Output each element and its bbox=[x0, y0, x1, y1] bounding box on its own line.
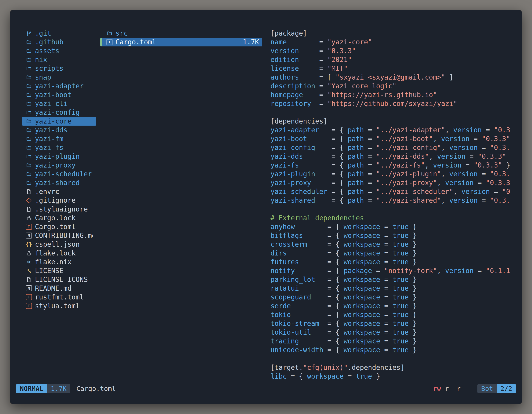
toml-icon: T bbox=[25, 303, 32, 309]
dir-row[interactable]: nix bbox=[22, 55, 96, 64]
file-row[interactable]: .gitignore bbox=[22, 196, 96, 205]
dir-row[interactable]: snap bbox=[22, 73, 96, 82]
preview-line: yazi-adapter = { path = "../yazi-adapter… bbox=[270, 125, 516, 135]
preview-line: futures = { workspace = true } bbox=[270, 258, 516, 266]
file-row[interactable]: MREADME.md bbox=[22, 284, 96, 293]
entry-label: CONTRIBUTING.md bbox=[35, 231, 93, 240]
markdown-icon: M bbox=[25, 232, 32, 239]
status-filename: Cargo.toml bbox=[76, 384, 116, 393]
preview-line: yazi-scheduler = { path = "../yazi-sched… bbox=[270, 187, 516, 196]
entry-label: cspell.json bbox=[35, 240, 80, 249]
preview-line: yazi-fs = { path = "../yazi-fs", version… bbox=[270, 161, 516, 170]
nix-icon bbox=[25, 259, 32, 265]
folder-icon bbox=[25, 171, 32, 177]
file-row[interactable]: LICENSE bbox=[22, 266, 96, 275]
dir-row[interactable]: yazi-boot bbox=[22, 90, 96, 99]
preview-line: [package] bbox=[270, 29, 516, 38]
folder-icon bbox=[25, 145, 32, 151]
dir-row[interactable]: scripts bbox=[22, 64, 96, 73]
preview-line: parking_lot = { workspace = true } bbox=[270, 275, 516, 284]
folder-icon bbox=[25, 110, 32, 115]
entry-label: yazi-cli bbox=[35, 99, 67, 108]
dir-row[interactable]: .github bbox=[22, 38, 96, 47]
file-row[interactable]: .styluaignore bbox=[22, 205, 96, 213]
panes-container: .git.githubassetsnixscriptssnapyazi-adap… bbox=[10, 10, 522, 384]
file-row[interactable]: flake.lock bbox=[22, 249, 96, 258]
preview-line: yazi-config = { path = "../yazi-config",… bbox=[270, 143, 516, 152]
folder-icon bbox=[25, 66, 32, 71]
folder-icon bbox=[106, 30, 113, 36]
file-row[interactable]: TCargo.toml bbox=[22, 222, 96, 231]
dir-row[interactable]: .git bbox=[22, 29, 96, 38]
file-row[interactable]: .envrc bbox=[22, 187, 96, 196]
entry-label: flake.lock bbox=[35, 249, 76, 258]
entry-label: .git bbox=[35, 29, 51, 38]
preview-line: yazi-boot = { path = "../yazi-boot", ver… bbox=[270, 135, 516, 143]
entry-label: yazi-boot bbox=[35, 90, 72, 99]
entry-label: scripts bbox=[35, 64, 63, 73]
dir-row[interactable]: yazi-cli bbox=[22, 99, 96, 108]
file-row[interactable]: Trustfmt.toml bbox=[22, 293, 96, 301]
entry-label: yazi-dds bbox=[35, 125, 67, 135]
folder-icon bbox=[25, 180, 32, 186]
entry-label: stylua.toml bbox=[35, 301, 80, 310]
toml-icon: T bbox=[25, 294, 32, 300]
preview-line: repository = "https://github.com/sxyazi/… bbox=[270, 99, 516, 108]
file-row[interactable]: Tstylua.toml bbox=[22, 301, 96, 310]
lock-icon bbox=[25, 250, 32, 256]
preview-line: authors = [ "sxyazi <sxyazi@gmail.com>" … bbox=[270, 73, 516, 82]
file-counter-badge: 2/2 bbox=[497, 384, 516, 393]
dir-row[interactable]: yazi-adapter bbox=[22, 82, 96, 90]
preview-line: [dependencies] bbox=[270, 117, 516, 125]
dir-row[interactable]: yazi-proxy bbox=[22, 161, 96, 170]
entry-label: yazi-proxy bbox=[35, 161, 76, 170]
preview-line: serde = { workspace = true } bbox=[270, 301, 516, 310]
dir-row[interactable]: yazi-shared bbox=[22, 178, 96, 187]
entry-label: yazi-adapter bbox=[35, 82, 84, 90]
dir-row[interactable]: yazi-core bbox=[22, 117, 96, 125]
dir-row[interactable]: yazi-dds bbox=[22, 125, 96, 135]
dir-row[interactable]: yazi-fm bbox=[22, 135, 96, 143]
file-preview-pane: [package]name = "yazi-core"version = "0.… bbox=[270, 29, 516, 381]
dir-row[interactable]: yazi-config bbox=[22, 108, 96, 117]
preview-line: name = "yazi-core" bbox=[270, 38, 516, 47]
preview-line: crossterm = { workspace = true } bbox=[270, 240, 516, 249]
entry-label: LICENSE-ICONS bbox=[35, 275, 88, 284]
mode-indicator: NORMAL bbox=[16, 384, 47, 393]
preview-line bbox=[270, 205, 516, 213]
entry-label: yazi-fm bbox=[35, 135, 63, 143]
lock-icon bbox=[25, 215, 32, 221]
dir-row[interactable]: yazi-fs bbox=[22, 143, 96, 152]
file-row[interactable]: Cargo.lock bbox=[22, 213, 96, 222]
file-row[interactable]: flake.nix bbox=[22, 258, 96, 266]
folder-icon bbox=[25, 83, 32, 89]
entry-label: yazi-fs bbox=[35, 143, 63, 152]
file-row[interactable]: MCONTRIBUTING.md bbox=[22, 231, 96, 240]
file-icon bbox=[25, 277, 32, 282]
preview-line: # External dependencies bbox=[270, 213, 516, 222]
current-directory-pane: srcTCargo.toml1.7K bbox=[100, 29, 262, 47]
preview-line: bitflags = { workspace = true } bbox=[270, 231, 516, 240]
file-row[interactable]: LICENSE-ICONS bbox=[22, 275, 96, 284]
dir-row[interactable]: yazi-plugin bbox=[22, 152, 96, 161]
status-bar-right: -rw-r--r-- Bot 2/2 bbox=[429, 384, 516, 393]
file-row[interactable]: {}cspell.json bbox=[22, 240, 96, 249]
license-icon bbox=[25, 268, 32, 274]
folder-icon bbox=[25, 39, 32, 45]
folder-icon bbox=[25, 48, 32, 54]
entry-label: Cargo.toml bbox=[35, 222, 76, 231]
dir-row[interactable]: yazi-scheduler bbox=[22, 170, 96, 178]
parent-directory-pane: .git.githubassetsnixscriptssnapyazi-adap… bbox=[22, 29, 96, 310]
entry-label: yazi-core bbox=[35, 117, 72, 125]
yazi-file-manager-window: .git.githubassetsnixscriptssnapyazi-adap… bbox=[10, 10, 522, 404]
preview-line: yazi-proxy = { path = "../yazi-proxy", v… bbox=[270, 178, 516, 187]
file-size: 1.7K bbox=[243, 38, 259, 47]
dir-row[interactable]: src bbox=[100, 29, 262, 38]
preview-line: tokio-stream = { workspace = true } bbox=[270, 319, 516, 328]
file-row[interactable]: TCargo.toml1.7K bbox=[100, 38, 262, 47]
entry-label: flake.nix bbox=[35, 258, 72, 266]
gitignore-icon bbox=[25, 198, 32, 203]
dir-row[interactable]: assets bbox=[22, 47, 96, 55]
folder-icon bbox=[25, 57, 32, 63]
folder-icon bbox=[25, 163, 32, 168]
